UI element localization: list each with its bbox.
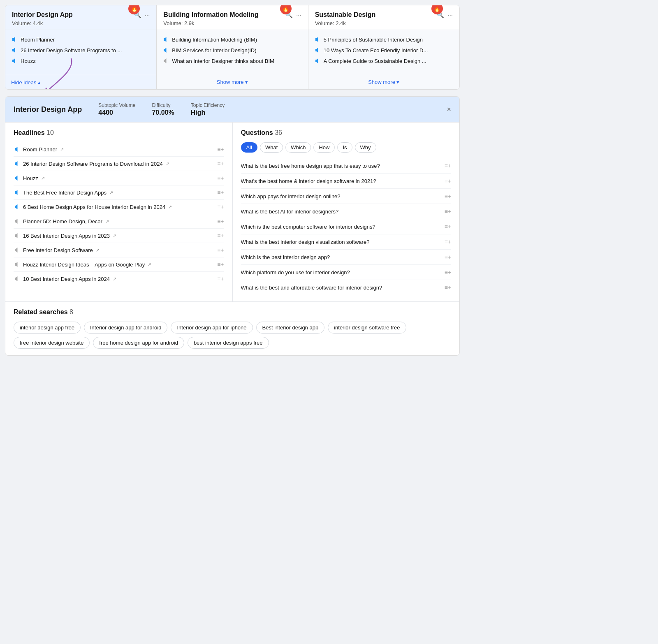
question-item-3: What is the best AI for interior designe… (241, 204, 452, 219)
sort-icon-4[interactable]: ≡+ (217, 204, 224, 210)
question-item-1: What's the best home & interior design s… (241, 174, 452, 189)
external-icon-5[interactable]: ↗ (105, 219, 109, 224)
q-sort-icon-3[interactable]: ≡+ (445, 208, 451, 215)
card-interior-design-app: 🔥 Interior Design App 🔍 ··· Volume: 4.4k… (5, 5, 157, 89)
filter-how[interactable]: How (313, 142, 335, 153)
card-3-show-more-link[interactable]: Show more ▾ (368, 79, 399, 85)
card-building-information-modeling: 🔥 Building Information Modeling 🔍 ··· Vo… (157, 5, 308, 89)
related-tags: interior design app free Interior design… (14, 322, 451, 349)
external-icon-1[interactable]: ↗ (166, 161, 169, 167)
q-sort-icon-2[interactable]: ≡+ (445, 193, 451, 199)
detail-stat-efficiency: Topic Efficiency High (191, 102, 225, 116)
question-item-8: What is the best and affordable software… (241, 280, 452, 295)
headline-item-9: 10 Best Interior Design Apps in 2024 ↗ ≡… (14, 272, 224, 286)
question-filters: All What Which How Is Why (241, 142, 452, 153)
q-sort-icon-0[interactable]: ≡+ (445, 162, 451, 169)
headline-item-0: Room Planner ↗ ≡+ (14, 142, 224, 157)
external-icon-9[interactable]: ↗ (113, 276, 116, 282)
headline-item-8: Houzz Interior Design Ideas – Apps on Go… (14, 257, 224, 272)
card-2-volume: Volume: 2.9k (163, 20, 301, 26)
card-3-show-more: Show more ▾ (308, 75, 459, 89)
top-cards-container: 🔥 Interior Design App 🔍 ··· Volume: 4.4k… (5, 5, 460, 90)
card-3-more-icon[interactable]: ··· (447, 12, 453, 19)
detail-stat-difficulty: Difficulty 70.00% (152, 102, 174, 116)
card-sustainable-design: 🔥 Sustainable Design 🔍 ··· Volume: 2.4k … (308, 5, 459, 89)
question-item-0: What is the best free home design app th… (241, 158, 452, 174)
card-1-item-1: 26 Interior Design Software Programs to … (11, 45, 151, 56)
related-tag-3[interactable]: Best interior design app (256, 322, 325, 334)
sort-icon-2[interactable]: ≡+ (217, 175, 224, 181)
related-tag-5[interactable]: free interior design website (14, 337, 90, 349)
related-searches-title: Related searches 8 (14, 308, 451, 316)
sort-icon-7[interactable]: ≡+ (217, 247, 224, 253)
filter-all[interactable]: All (241, 142, 257, 153)
q-sort-icon-1[interactable]: ≡+ (445, 178, 451, 184)
card-1-item-2: Houzz (11, 56, 151, 66)
card-3-item-2: A Complete Guide to Sustainable Design .… (314, 56, 454, 66)
hide-ideas-link[interactable]: Hide ideas ▴ (11, 79, 41, 86)
detail-header: Interior Design App Subtopic Volume 4400… (5, 97, 459, 122)
card-1-title: Interior Design App (12, 11, 73, 19)
detail-topic: Interior Design App (14, 105, 82, 114)
headlines-title: Headlines 10 (14, 129, 224, 137)
card-1-volume: Volume: 4.4k (12, 20, 150, 26)
filter-why[interactable]: Why (355, 142, 376, 153)
questions-column: Questions 36 All What Which How Is Why W… (233, 123, 460, 301)
external-icon-2[interactable]: ↗ (41, 176, 45, 181)
card-2-show-more-link[interactable]: Show more ▾ (217, 79, 248, 85)
sort-icon-6[interactable]: ≡+ (217, 232, 224, 239)
related-tag-6[interactable]: free home design app for android (93, 337, 184, 349)
card-2-more-icon[interactable]: ··· (296, 12, 301, 19)
card-1-more-icon[interactable]: ··· (145, 12, 150, 19)
sort-icon-8[interactable]: ≡+ (217, 261, 224, 268)
q-sort-icon-6[interactable]: ≡+ (445, 254, 451, 260)
external-icon-0[interactable]: ↗ (60, 147, 64, 152)
card-2-title: Building Information Modeling (163, 11, 258, 19)
sort-icon-9[interactable]: ≡+ (217, 276, 224, 282)
headline-item-1: 26 Interior Design Software Programs to … (14, 157, 224, 171)
external-icon-3[interactable]: ↗ (109, 190, 113, 195)
question-item-7: Which platform do you use for interior d… (241, 265, 452, 280)
external-icon-8[interactable]: ↗ (148, 262, 151, 267)
question-item-2: Which app pays for interior design onlin… (241, 189, 452, 204)
questions-title: Questions 36 (241, 129, 452, 137)
q-sort-icon-5[interactable]: ≡+ (445, 239, 451, 245)
card-2-show-more: Show more ▾ (157, 75, 308, 89)
sort-icon-3[interactable]: ≡+ (217, 189, 224, 196)
card-1-item-0: Room Planner (11, 34, 151, 45)
detail-stat-volume: Subtopic Volume 4400 (98, 102, 135, 116)
external-icon-6[interactable]: ↗ (113, 233, 116, 239)
external-icon-4[interactable]: ↗ (168, 204, 172, 210)
q-sort-icon-7[interactable]: ≡+ (445, 269, 451, 276)
card-3-item-0: 5 Principles of Sustainable Interior Des… (314, 34, 454, 45)
headline-item-6: 16 Best Interior Design Apps in 2023 ↗ ≡… (14, 229, 224, 243)
headline-item-7: Free Interior Design Software ↗ ≡+ (14, 243, 224, 257)
question-item-5: What is the best interior design visuali… (241, 234, 452, 250)
sort-icon-1[interactable]: ≡+ (217, 160, 224, 167)
external-icon-7[interactable]: ↗ (96, 248, 100, 253)
q-sort-icon-4[interactable]: ≡+ (445, 223, 451, 230)
headlines-column: Headlines 10 Room Planner ↗ ≡+ 26 Interi… (5, 123, 233, 301)
close-button[interactable]: × (447, 106, 451, 113)
two-col-area: Headlines 10 Room Planner ↗ ≡+ 26 Interi… (5, 122, 459, 301)
headline-item-5: Planner 5D: Home Design, Decor ↗ ≡+ (14, 214, 224, 229)
card-3-volume: Volume: 2.4k (315, 20, 453, 26)
filter-is[interactable]: Is (337, 142, 352, 153)
card-2-item-1: BIM Services for Interior Design(ID) (162, 45, 302, 56)
card-2-item-2: What an Interior Designer thinks about B… (162, 56, 302, 66)
related-tag-1[interactable]: Interior design app for android (84, 322, 167, 334)
card-3-title: Sustainable Design (315, 11, 376, 19)
related-tag-7[interactable]: best interior design apps free (188, 337, 269, 349)
hide-ideas-row: Hide ideas ▴ (5, 75, 156, 89)
filter-which[interactable]: Which (285, 142, 311, 153)
related-tag-2[interactable]: Interior design app for iphone (171, 322, 253, 334)
q-sort-icon-8[interactable]: ≡+ (445, 284, 451, 291)
sort-icon-0[interactable]: ≡+ (217, 146, 224, 153)
question-item-6: Which is the best interior design app? ≡… (241, 250, 452, 265)
related-tag-0[interactable]: interior design app free (14, 322, 81, 334)
headline-item-4: 6 Best Home Design Apps for House Interi… (14, 200, 224, 214)
sort-icon-5[interactable]: ≡+ (217, 218, 224, 225)
question-list: What is the best free home design app th… (241, 158, 452, 295)
related-tag-4[interactable]: interior design software free (328, 322, 406, 334)
filter-what[interactable]: What (260, 142, 283, 153)
